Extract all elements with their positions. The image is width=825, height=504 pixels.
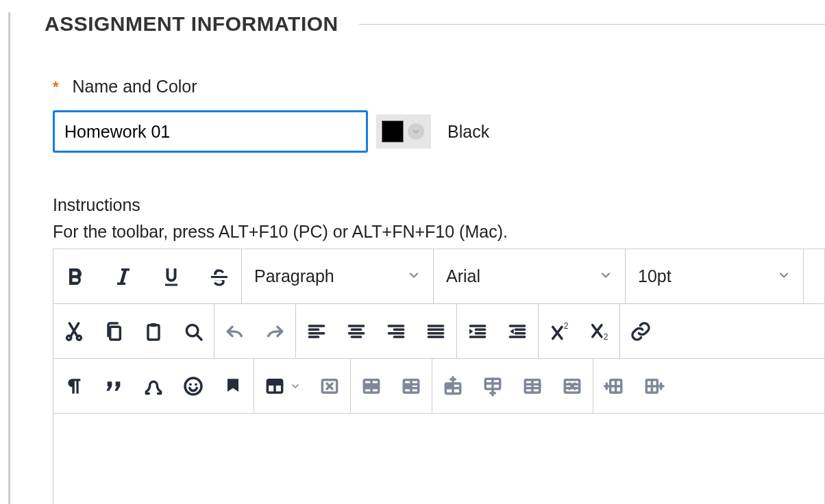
required-marker: * xyxy=(53,78,59,96)
section-header: ASSIGNMENT INFORMATION xyxy=(10,12,825,36)
emoji-button[interactable] xyxy=(182,375,204,397)
svg-rect-3 xyxy=(148,325,159,339)
svg-rect-12 xyxy=(267,379,282,384)
svg-point-9 xyxy=(189,383,192,386)
name-and-color-label: Name and Color xyxy=(73,77,197,97)
toolbar-row-3 xyxy=(53,359,824,414)
paragraph-marks-button[interactable] xyxy=(63,375,85,397)
svg-rect-4 xyxy=(151,323,156,327)
format-dropdown[interactable]: Paragraph xyxy=(242,249,434,303)
bold-button[interactable] xyxy=(63,264,88,289)
outdent-button[interactable] xyxy=(506,320,528,342)
format-dropdown-label: Paragraph xyxy=(254,266,334,286)
assignment-name-input[interactable] xyxy=(53,110,368,153)
insert-column-left-button[interactable] xyxy=(603,375,625,397)
font-size-dropdown[interactable]: 10pt xyxy=(626,249,804,303)
font-dropdown[interactable]: Arial xyxy=(434,249,626,303)
align-left-button[interactable] xyxy=(306,320,328,342)
blockquote-button[interactable] xyxy=(103,375,125,397)
special-character-button[interactable] xyxy=(143,375,164,397)
underline-button[interactable] xyxy=(159,264,184,289)
paste-button[interactable] xyxy=(143,320,164,342)
rich-text-editor: Paragraph Arial 10pt xyxy=(53,249,825,504)
instructions-label: Instructions xyxy=(53,195,825,215)
indent-button[interactable] xyxy=(467,320,489,342)
insert-table-button[interactable] xyxy=(264,375,301,397)
insert-row-above-button[interactable] xyxy=(442,375,464,397)
strikethrough-button[interactable] xyxy=(207,264,232,289)
subscript-button[interactable]: 2 xyxy=(588,320,610,342)
color-name-label: Black xyxy=(447,122,489,142)
link-button[interactable] xyxy=(630,320,652,342)
svg-text:2: 2 xyxy=(564,321,569,331)
align-justify-button[interactable] xyxy=(425,320,447,342)
font-dropdown-label: Arial xyxy=(446,266,480,286)
chevron-down-icon xyxy=(599,266,613,286)
svg-rect-19 xyxy=(445,383,453,388)
redo-button[interactable] xyxy=(264,320,286,342)
divider xyxy=(359,24,825,25)
toolbar-row-1: Paragraph Arial 10pt xyxy=(53,249,824,304)
toolbar-row-2: 2 2 xyxy=(53,304,824,359)
italic-button[interactable] xyxy=(111,264,136,289)
anchor-button[interactable] xyxy=(222,375,244,397)
chevron-down-icon xyxy=(407,266,421,286)
copy-button[interactable] xyxy=(103,320,125,342)
svg-rect-15 xyxy=(364,384,378,388)
delete-row-button[interactable] xyxy=(561,375,583,397)
table-row-properties-button[interactable] xyxy=(360,375,382,397)
align-center-button[interactable] xyxy=(345,320,367,342)
chevron-down-icon xyxy=(777,266,791,286)
superscript-button[interactable]: 2 xyxy=(548,320,570,342)
name-label-row: * Name and Color xyxy=(53,77,825,97)
color-swatch-icon xyxy=(382,121,404,142)
chevron-down-icon xyxy=(290,381,301,392)
font-size-dropdown-label: 10pt xyxy=(638,266,672,286)
svg-text:2: 2 xyxy=(604,332,608,342)
insert-column-right-button[interactable] xyxy=(643,375,665,397)
svg-point-8 xyxy=(185,378,201,394)
color-picker-button[interactable] xyxy=(376,114,431,149)
delete-table-button[interactable] xyxy=(319,375,341,397)
editor-content-area[interactable] xyxy=(53,414,824,504)
find-button[interactable] xyxy=(182,320,204,342)
insert-row-below-button[interactable] xyxy=(482,375,504,397)
svg-rect-17 xyxy=(404,384,411,388)
chevron-down-icon xyxy=(408,123,424,140)
align-right-button[interactable] xyxy=(385,320,407,342)
section-title: ASSIGNMENT INFORMATION xyxy=(45,12,338,36)
svg-rect-2 xyxy=(110,327,121,340)
instructions-help-text: For the toolbar, press ALT+F10 (PC) or A… xyxy=(53,222,825,242)
svg-point-10 xyxy=(195,383,197,386)
svg-point-1 xyxy=(77,336,81,340)
svg-point-0 xyxy=(67,336,71,340)
undo-button[interactable] xyxy=(224,320,246,342)
move-row-down-button[interactable] xyxy=(521,375,543,397)
table-cell-properties-button[interactable] xyxy=(400,375,422,397)
cut-button[interactable] xyxy=(63,320,85,342)
